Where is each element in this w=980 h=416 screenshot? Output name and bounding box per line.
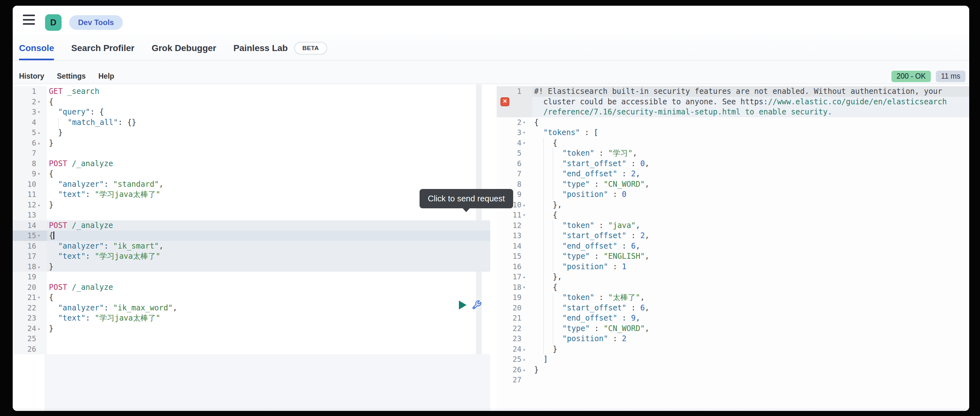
code-line: 2▾{ [13,97,490,107]
tab-search-profiler[interactable]: Search Profiler [71,34,134,60]
menu-settings[interactable]: Settings [57,72,86,81]
code-line: 19 "token" : "太棒了", [497,292,969,303]
request-options-wrench-icon[interactable] [472,300,482,310]
line-number: 16 [512,262,522,272]
code-text [47,210,490,221]
code-line: 10▴ }, [497,200,969,210]
fold-toggle-icon[interactable]: ▾ [522,127,530,138]
gutter-cell: 6 [497,159,532,169]
code-line: 27 [497,375,969,385]
code-line: 9▾{ [13,169,490,179]
code-text: "position" : 2 [532,333,969,344]
gutter-cell: 21▾ [13,292,47,303]
tab-console[interactable]: Console [19,34,54,60]
fold-toggle-icon[interactable]: ▴ [36,324,45,334]
line-number: 14 [27,221,36,231]
fold-toggle-icon[interactable]: ▴ [522,272,530,282]
code-line: 26▴} [497,365,969,375]
fold-toggle-icon[interactable]: ▾ [522,138,530,148]
code-text: "type" : "ENGLISH", [532,251,969,262]
code-line: ✕ cluster could be accessible to anyone.… [497,97,969,107]
line-number: 8 [517,179,522,190]
gutter-cell: 16 [13,241,47,251]
gutter-cell: 7 [13,148,47,159]
code-line: 3▾ "tokens" : [ [497,127,969,138]
dev-tools-tabs: Console Search Profiler Grok Debugger Pa… [13,34,969,60]
fold-toggle-icon[interactable]: ▴ [522,344,530,354]
kibana-window: D Dev Tools Console Search Profiler Grok… [13,6,969,411]
code-text [47,344,490,354]
fold-toggle-icon[interactable]: ▾ [36,169,45,179]
fold-toggle-icon[interactable]: ▾ [522,117,530,128]
code-line: 15▾{ [13,230,490,241]
line-number: 20 [512,303,522,313]
code-line: 2▾{ [497,117,969,128]
space-avatar[interactable]: D [45,14,62,31]
send-request-tooltip: Click to send request [420,189,513,208]
fold-toggle-icon[interactable]: ▴ [36,262,45,272]
code-text: "text": "学习java太棒了" [47,251,490,262]
fold-toggle-icon[interactable]: ▾ [36,107,45,117]
code-line: 1#! Elasticsearch built-in security feat… [497,86,969,97]
fold-toggle-icon[interactable]: ▴ [522,365,530,375]
code-line: 16 "position" : 1 [497,262,969,272]
line-number: 25 [27,333,36,344]
code-line: 4▾ { [497,138,969,148]
line-number: 6 [32,138,36,148]
code-line: 16 "analyzer": "ik_smart", [13,241,490,251]
fold-toggle-icon[interactable]: ▴ [36,138,45,148]
line-number: 4 [517,138,522,148]
gutter-cell: 24▴ [13,324,47,334]
gutter-cell: 5▴ [13,127,47,138]
tab-grok-debugger[interactable]: Grok Debugger [152,34,216,60]
response-time-badge: 11 ms [936,71,966,82]
hamburger-menu-icon[interactable] [23,14,35,25]
fold-toggle-icon[interactable]: ▾ [36,292,45,303]
code-line: 8POST /_analyze [13,159,490,169]
code-line: 5 "token" : "学习", [497,148,969,159]
line-number: 18 [27,262,36,272]
line-number: 18 [512,282,522,293]
code-text: }, [532,200,969,210]
code-text: { [47,292,490,303]
gutter-cell: 11▾ [497,210,532,221]
line-number: 15 [512,251,522,262]
gutter-cell: 6▴ [13,138,47,148]
code-line: 12 "token" : "java", [497,221,969,231]
fold-toggle-icon[interactable]: ▴ [36,127,45,138]
editor-empty-area [45,354,490,411]
line-number: 20 [27,282,36,293]
code-text: /reference/7.16/security-minimal-setup.h… [532,107,969,117]
line-number: 21 [512,313,522,324]
menu-history[interactable]: History [19,72,44,81]
fold-toggle-icon[interactable]: ▴ [36,200,45,210]
tab-painless-lab[interactable]: Painless Lab BETA [233,34,327,60]
gutter-cell: 2▾ [13,97,47,107]
breadcrumb[interactable]: Dev Tools [69,15,123,30]
line-number: 11 [512,210,522,221]
code-text: "type" : "CN_WORD", [532,179,969,190]
fold-toggle-icon[interactable]: ▾ [522,282,530,293]
response-viewer[interactable]: 1#! Elasticsearch built-in security feat… [497,84,969,411]
menu-help[interactable]: Help [99,72,114,81]
code-line: 24▴} [13,324,490,334]
gutter-cell: 4 [13,117,47,128]
fold-toggle-icon[interactable]: ▾ [522,210,530,221]
console-editors: 1GET _search2▾{3▾ "query": {4 "match_all… [13,84,969,411]
fold-toggle-icon[interactable]: ▾ [36,230,45,241]
fold-toggle-icon[interactable]: ▴ [522,354,530,365]
line-number: 6 [517,159,522,169]
code-line: 24▴ } [497,344,969,354]
gutter-cell: 16 [497,262,532,272]
fold-toggle-icon[interactable]: ▴ [522,200,530,210]
send-request-icon[interactable] [459,300,466,310]
request-editor[interactable]: 1GET _search2▾{3▾ "query": {4 "match_all… [13,84,490,411]
line-number: 14 [512,241,522,251]
code-line: 15 "type" : "ENGLISH", [497,251,969,262]
code-text: POST /_analyze [47,159,490,169]
code-text [532,375,969,385]
tab-grok-debugger-label: Grok Debugger [152,43,216,53]
code-text: "start_offset" : 0, [532,159,969,169]
code-text: "analyzer": "ik_max_word", [47,303,490,313]
fold-toggle-icon[interactable]: ▾ [36,97,45,107]
